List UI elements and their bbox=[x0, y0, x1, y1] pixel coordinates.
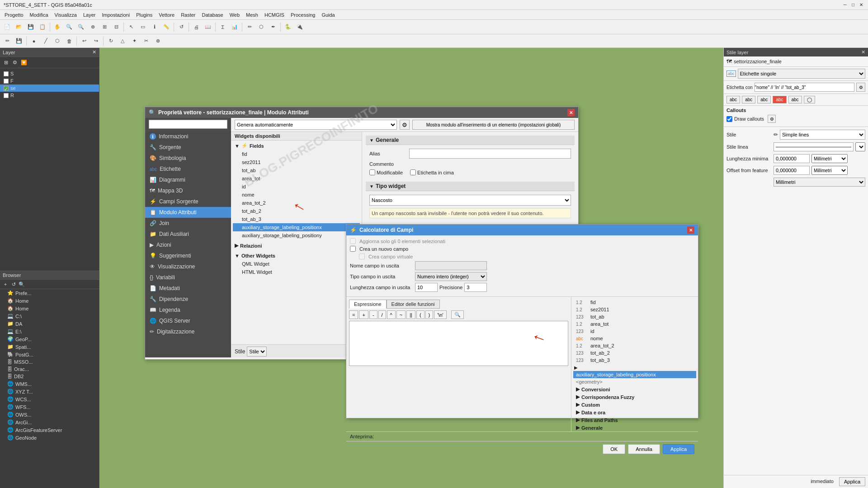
list-item[interactable]: 🌐 WCS... bbox=[0, 395, 99, 403]
zoom-selection-tool[interactable]: ⊟ bbox=[111, 22, 122, 33]
plus-button[interactable]: + bbox=[359, 310, 368, 319]
campo-virtuale-checkbox[interactable] bbox=[359, 253, 365, 259]
div-button[interactable]: / bbox=[378, 310, 386, 319]
atlas-tool[interactable]: 📖 bbox=[203, 22, 213, 33]
ma-field-html[interactable]: HTML Widget bbox=[233, 268, 360, 276]
list-item[interactable]: 1.2 area_tot_2 bbox=[573, 342, 696, 349]
sidebar-item-mappa3d[interactable]: 🗺 Mappa 3D bbox=[145, 185, 231, 196]
node-tool[interactable]: ⬡ bbox=[256, 22, 267, 33]
measure-tool[interactable]: 📏 bbox=[161, 22, 172, 33]
stile-select[interactable]: Stile bbox=[247, 347, 267, 357]
sidebar-item-informazioni[interactable]: ℹ Informazioni bbox=[145, 131, 231, 142]
list-item[interactable]: 🌐 ArcGi... bbox=[0, 418, 99, 426]
reshape-button[interactable]: ✦ bbox=[129, 36, 140, 47]
list-item[interactable]: 1.2 sez2011 bbox=[573, 306, 696, 313]
pow-button[interactable]: ^ bbox=[387, 310, 396, 319]
menu-hcmgis[interactable]: HCMGIS bbox=[262, 11, 287, 19]
pan-tool[interactable]: ✋ bbox=[52, 22, 63, 33]
other-widgets-section-header[interactable]: ▼ Other Widgets bbox=[233, 252, 360, 260]
sidebar-item-diagrammi[interactable]: 📊 Diagrammi bbox=[145, 174, 231, 185]
newline-button[interactable]: '\n' bbox=[434, 310, 446, 319]
list-item[interactable]: 123 tot_ab_3 bbox=[573, 357, 696, 364]
rparen-button[interactable]: ) bbox=[425, 310, 434, 319]
refresh-tool[interactable]: ↺ bbox=[176, 22, 187, 33]
save-project-button[interactable]: 💾 bbox=[25, 22, 36, 33]
nome-campo-input[interactable] bbox=[415, 261, 487, 270]
layer-checkbox[interactable]: ✓ bbox=[4, 86, 9, 91]
browser-add-button[interactable]: + bbox=[2, 281, 9, 288]
split-button[interactable]: ✂ bbox=[141, 36, 151, 47]
ma-field-tot_ab[interactable]: tot_ab bbox=[233, 166, 360, 174]
etichetta-con-input[interactable] bbox=[755, 83, 854, 92]
select-rect-tool[interactable]: ▭ bbox=[137, 22, 148, 33]
style-format-button[interactable]: abc bbox=[742, 96, 755, 103]
files-section[interactable]: ▶ Files and Paths bbox=[573, 416, 696, 424]
list-item[interactable]: ⭐ Prefe... bbox=[0, 289, 99, 297]
sidebar-item-dati[interactable]: 📁 Dati Ausiliari bbox=[145, 229, 231, 239]
zoom-in-tool[interactable]: 🔍 bbox=[64, 22, 75, 33]
tab-espressione[interactable]: Espressione bbox=[349, 300, 387, 309]
list-item[interactable]: 🌐 XYZ T... bbox=[0, 388, 99, 395]
map-canvas[interactable]: BLOG.PIGRECOINFINITO 🔍 Proprietà vettore… bbox=[99, 48, 723, 488]
millimetri-select[interactable]: Millimetri bbox=[774, 178, 865, 187]
redo-button[interactable]: ↪ bbox=[90, 36, 101, 47]
layer-checkbox[interactable] bbox=[4, 93, 9, 98]
fuzzy-section[interactable]: ▶ Corrispondenza Fuzzy bbox=[573, 393, 696, 401]
digitize-tool[interactable]: ✒ bbox=[268, 22, 278, 33]
sidebar-item-modulo[interactable]: 📋 Modulo Attributi bbox=[145, 207, 231, 218]
list-item[interactable]: abc nome bbox=[573, 335, 696, 342]
modificabile-checkbox[interactable] bbox=[369, 169, 375, 175]
zoom-full-tool[interactable]: ⊕ bbox=[87, 22, 98, 33]
identify-tool[interactable]: ℹ bbox=[149, 22, 160, 33]
data-section[interactable]: ▶ Data e ora bbox=[573, 408, 696, 416]
list-item[interactable]: auxiliary_storage_labeling_positionx bbox=[573, 371, 696, 378]
maximize-button[interactable]: □ bbox=[850, 2, 856, 8]
calc-cancel-button[interactable]: Annulla bbox=[628, 444, 660, 454]
menu-impostazioni[interactable]: Impostazioni bbox=[99, 11, 132, 19]
style-balloon-button[interactable]: ◯ bbox=[804, 96, 815, 103]
add-polygon-button[interactable]: ⬡ bbox=[52, 36, 63, 47]
sidebar-item-campi[interactable]: ⚡ Campi Sorgente bbox=[145, 196, 231, 207]
plugin-tool[interactable]: 🔌 bbox=[294, 22, 305, 33]
select-tool[interactable]: ↖ bbox=[126, 22, 137, 33]
fields-section-header[interactable]: ▼ ⚡ Fields bbox=[233, 141, 360, 150]
style-bg-button[interactable]: abc bbox=[788, 96, 802, 103]
applica-button[interactable]: Applica bbox=[839, 477, 865, 486]
list-item[interactable]: ✓ se bbox=[0, 84, 99, 92]
offset-unit-select[interactable]: Millimetri bbox=[811, 166, 848, 175]
ma-field-id[interactable]: id bbox=[233, 183, 360, 191]
stile-prop-select[interactable]: Simple lines bbox=[780, 130, 865, 140]
list-item[interactable]: 🐘 PostG... bbox=[0, 351, 99, 358]
style-text-button[interactable]: abc bbox=[726, 96, 740, 103]
sidebar-item-visualizzazione[interactable]: 👁 Visualizzazione bbox=[145, 261, 231, 272]
print-layout-tool[interactable]: 🖨 bbox=[191, 22, 202, 33]
new-project-button[interactable]: 📄 bbox=[2, 22, 13, 33]
menu-processing[interactable]: Processing bbox=[288, 11, 318, 19]
ma-field-tot_ab_2[interactable]: tot_ab_2 bbox=[233, 207, 360, 215]
sidebar-item-sorgente[interactable]: 🔧 Sorgente bbox=[145, 142, 231, 153]
list-item[interactable]: 🏠 Home bbox=[0, 297, 99, 305]
ma-field-qml[interactable]: QML Widget bbox=[233, 260, 360, 268]
list-item[interactable]: F bbox=[0, 77, 99, 84]
search-expr-button[interactable]: 🔍 bbox=[451, 310, 464, 319]
open-project-button[interactable]: 📂 bbox=[14, 22, 24, 33]
mostra-modulo-button[interactable]: Mostra modulo all'inserimento di un elem… bbox=[412, 120, 575, 130]
sidebar-item-dipendenze[interactable]: 🔧 Dipendenze bbox=[145, 294, 231, 305]
calc-apply-button[interactable]: Applica bbox=[663, 444, 694, 454]
add-line-button[interactable]: ╱ bbox=[40, 36, 51, 47]
style-buffer-button[interactable]: abc bbox=[757, 96, 771, 103]
ma-field-sez2011[interactable]: sez2011 bbox=[233, 158, 360, 166]
stile-linea-select[interactable] bbox=[855, 142, 865, 151]
list-item[interactable]: 123 id bbox=[573, 328, 696, 335]
delete-feature-button[interactable]: 🗑 bbox=[64, 36, 75, 47]
lunghezza-input[interactable] bbox=[415, 283, 438, 292]
precisione-input[interactable] bbox=[464, 283, 487, 292]
menu-modifica[interactable]: Modifica bbox=[27, 11, 51, 19]
list-item[interactable]: 🗄 DB2 bbox=[0, 373, 99, 380]
list-item[interactable]: 🗄 MSSO... bbox=[0, 358, 99, 366]
statistics-tool[interactable]: 📊 bbox=[229, 22, 240, 33]
ma-field-nome[interactable]: nome bbox=[233, 191, 360, 199]
list-item[interactable]: 🗄 Orac... bbox=[0, 366, 99, 373]
tab-editor[interactable]: Editor delle funzioni bbox=[387, 300, 440, 309]
menu-layer[interactable]: Layer bbox=[80, 11, 99, 19]
